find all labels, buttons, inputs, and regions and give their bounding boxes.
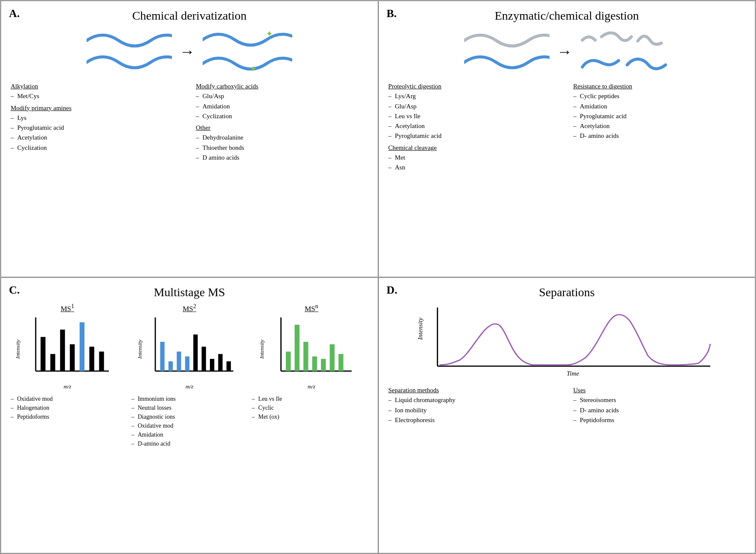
waves-before-b xyxy=(464,31,550,72)
ms2-item4: –Oxidative mod xyxy=(131,421,248,430)
panel-b: B. Enzymatic/chemical digestion → xyxy=(378,1,755,277)
resist-item3: –Pyroglutamic acid xyxy=(573,111,746,121)
svg-rect-5 xyxy=(50,354,55,371)
panel-b-title: Enzymatic/chemical digestion xyxy=(388,9,745,23)
ms1-label: MS1 xyxy=(61,303,74,313)
svg-rect-14 xyxy=(169,361,173,371)
svg-rect-4 xyxy=(41,337,45,371)
main-grid: A. Chemical derivatization → ✦ xyxy=(0,0,756,554)
panel-b-col1: Proteolytic digestion –Lys/Arg –Glu/Asp … xyxy=(388,82,561,172)
ms1-chart: MS1 Intensity xyxy=(11,303,124,390)
msn-svg xyxy=(255,315,368,383)
svg-rect-10 xyxy=(99,351,104,371)
uses-item1: –Stereoisomers xyxy=(573,395,746,405)
ms1-item3: –Peptidoforms xyxy=(11,412,127,421)
svg-rect-30 xyxy=(338,354,343,371)
other-heading: Other xyxy=(196,123,368,133)
ms2-item2: –Neutral losses xyxy=(131,403,248,412)
carboxylic-heading: Modify carboxylic acids xyxy=(196,82,368,91)
sep-methods-heading: Separation methods xyxy=(388,385,561,395)
svg-rect-29 xyxy=(330,344,334,371)
svg-rect-19 xyxy=(210,359,214,371)
wave-a2 xyxy=(87,53,172,72)
resist-item2: –Amidation xyxy=(573,102,746,111)
svg-rect-16 xyxy=(185,356,189,371)
wave-b1 xyxy=(464,31,550,50)
wave-b3 xyxy=(580,28,670,50)
ms1-svg xyxy=(11,315,124,383)
ms-charts-container: MS1 Intensity xyxy=(11,303,368,390)
amines-item4: –Cyclization xyxy=(11,143,183,153)
panel-b-col2: Resistance to digestion –Cyclic peptides… xyxy=(573,82,746,172)
panel-c: C. Multistage MS MS1 Intensity xyxy=(1,277,378,553)
msn-chart: MSn Intensity xyxy=(255,303,368,390)
panel-a-col2: Modify carboxylic acids –Glu/Asp –Amidat… xyxy=(196,82,368,163)
svg-rect-18 xyxy=(202,347,206,371)
panel-d-label: D. xyxy=(387,284,397,297)
sep-item3: –Electrophoresis xyxy=(388,415,561,425)
prot-item4: –Acetylation xyxy=(388,121,561,131)
primary-amines-heading: Modify primary amines xyxy=(11,103,183,113)
msn-label: MSn xyxy=(305,303,318,313)
msn-x-label: m/z xyxy=(308,383,315,390)
prot-item2: –Glu/Asp xyxy=(388,102,561,111)
sep-item2: –Ion mobility xyxy=(388,405,561,415)
other-item3: –D amino acids xyxy=(196,153,368,163)
ms2-label: MS2 xyxy=(183,303,196,313)
msn-item1: –Leu vs Ile xyxy=(252,394,368,403)
msn-item2: –Cyclic xyxy=(252,403,368,412)
ms1-y-label: Intensity xyxy=(15,339,21,359)
uses-heading: Uses xyxy=(573,385,746,395)
svg-rect-8 xyxy=(80,322,84,371)
chem-item2: –Asn xyxy=(388,163,561,172)
carb-item2: –Amidation xyxy=(196,102,368,111)
resist-item5: –D- amino acids xyxy=(573,131,746,141)
msn-item3: –Met (ox) xyxy=(252,412,368,421)
panel-c-label: C. xyxy=(9,284,20,297)
msn-chart-area: Intensity xyxy=(255,315,368,383)
panel-b-label: B. xyxy=(387,7,397,20)
svg-rect-25 xyxy=(295,325,299,371)
prot-item3: –Leu vs Ile xyxy=(388,111,561,121)
svg-rect-26 xyxy=(303,342,308,371)
alkylation-item1: –Met/Cys xyxy=(11,91,183,101)
sep-item1: –Liquid chromatography xyxy=(388,395,561,405)
ms1-item1: –Oxidative mod xyxy=(11,394,127,403)
panel-a-col1: Alkylation –Met/Cys Modify primary amine… xyxy=(11,82,183,163)
ms2-y-label: Intensity xyxy=(137,339,143,359)
svg-rect-28 xyxy=(321,359,326,371)
svg-rect-20 xyxy=(218,354,222,371)
wave-b4 xyxy=(580,52,670,76)
other-item1: –Dehydroalanine xyxy=(196,133,368,143)
svg-rect-17 xyxy=(193,334,198,371)
uses-col: Uses –Stereoisomers –D- amino acids –Pep… xyxy=(573,385,746,425)
panel-a-text: Alkylation –Met/Cys Modify primary amine… xyxy=(11,82,368,163)
prot-item1: –Lys/Arg xyxy=(388,91,561,101)
ms2-item5: –Amidation xyxy=(131,430,248,439)
panel-a-title: Chemical derivatization xyxy=(11,9,368,23)
svg-text:Intensity: Intensity xyxy=(416,318,424,340)
svg-text:✦: ✦ xyxy=(266,29,273,38)
carb-item3: –Cyclization xyxy=(196,111,368,121)
amines-item1: –Lys xyxy=(11,113,183,123)
svg-rect-15 xyxy=(177,351,181,371)
ms2-item3: –Diagnostic ions xyxy=(131,412,248,421)
ms-col2: –Immonium ions –Neutral losses –Diagnost… xyxy=(131,394,248,448)
sep-methods-col: Separation methods –Liquid chromatograph… xyxy=(388,385,561,425)
panel-c-title: Multistage MS xyxy=(11,286,368,299)
panel-d: D. Separations Intensity Time Separation… xyxy=(378,277,755,553)
svg-rect-6 xyxy=(60,329,65,371)
wave-b2 xyxy=(464,53,550,72)
panel-a: A. Chemical derivatization → ✦ xyxy=(1,1,378,277)
ms-text: –Oxidative mod –Halogenation –Peptidofor… xyxy=(11,394,368,448)
carb-item1: –Glu/Asp xyxy=(196,91,368,101)
svg-rect-21 xyxy=(227,361,231,371)
ms2-chart: MS2 Intensity xyxy=(133,303,246,390)
sep-svg: Intensity Time xyxy=(388,303,745,380)
resist-item4: –Acetylation xyxy=(573,121,746,131)
ms1-x-label: m/z xyxy=(64,383,71,390)
proteolytic-heading: Proteolytic digestion xyxy=(388,82,561,91)
other-item2: –Thioether bonds xyxy=(196,143,368,153)
panel-b-text: Proteolytic digestion –Lys/Arg –Glu/Asp … xyxy=(388,82,745,172)
ms1-chart-area: Intensity xyxy=(11,315,124,383)
